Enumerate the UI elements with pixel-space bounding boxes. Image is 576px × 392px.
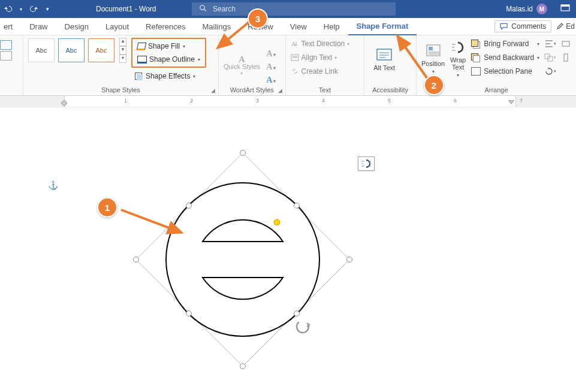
editing-mode-button[interactable]: Ed [556, 22, 575, 31]
resize-handle[interactable] [240, 150, 246, 156]
dialog-launcher-icon[interactable]: ◢ [278, 88, 282, 94]
dialog-launcher-icon[interactable]: ◢ [211, 88, 215, 94]
user-account[interactable]: Malas.id M [506, 4, 547, 14]
gallery-down-icon[interactable]: ▼ [119, 46, 126, 55]
left-indent-marker[interactable] [61, 100, 67, 106]
resize-handle[interactable] [240, 363, 246, 369]
tab-layout[interactable]: Layout [97, 18, 137, 35]
user-name: Malas.id [506, 5, 533, 13]
tab-draw[interactable]: Draw [21, 18, 56, 35]
style-preset-2[interactable]: Abc [58, 38, 85, 62]
text-outline-icon[interactable]: A▾ [266, 62, 276, 72]
layout-options-button[interactable] [358, 156, 375, 171]
group-label: WordArt Styles [219, 86, 285, 94]
wrap-text-button[interactable]: Wrap Text ▾ [450, 38, 466, 81]
create-link-button: Create Link [291, 65, 338, 77]
size-width-icon[interactable] [560, 38, 572, 50]
text-fill-icon[interactable]: A▾ [266, 49, 276, 59]
right-indent-marker[interactable] [508, 100, 514, 106]
svg-marker-34 [136, 153, 349, 366]
redo-button[interactable] [30, 5, 38, 13]
svg-rect-8 [377, 49, 391, 60]
wordart-a-icon: A [224, 56, 260, 63]
ribbon-display-icon[interactable] [560, 4, 570, 14]
alt-text-button[interactable]: Alt Text [369, 38, 399, 81]
adjust-handle[interactable] [274, 219, 280, 225]
effects-icon [135, 73, 143, 80]
bring-forward-icon [471, 40, 481, 48]
alt-text-icon [376, 47, 393, 63]
tab-references[interactable]: References [137, 18, 194, 35]
send-backward-button[interactable]: Send Backward▾ [471, 52, 539, 64]
group-text: A Text Direction▾ Align Text▾ Create Lin… [286, 35, 365, 95]
resize-handle[interactable] [294, 203, 300, 209]
search-icon [199, 4, 207, 14]
chevron-down-icon: ▾ [198, 57, 200, 62]
tab-design[interactable]: Design [56, 18, 97, 35]
position-icon [425, 43, 442, 59]
rotate-handle[interactable] [297, 321, 309, 333]
bring-forward-button[interactable]: Bring Forward▾ [471, 38, 539, 50]
group-objects-button[interactable]: ▾ [544, 52, 556, 64]
text-effects-icon[interactable]: A▾ [266, 75, 276, 85]
shape-effects-button[interactable]: Shape Effects ▾ [131, 70, 206, 83]
group-wordart-styles: A Quick Styles ▾ A▾ A▾ A▾ WordArt Styles… [219, 35, 286, 95]
shape-gallery-icon[interactable] [0, 40, 12, 50]
object-anchor-icon: ⚓ [48, 180, 58, 190]
document-canvas[interactable]: ⚓ 1 [0, 107, 576, 392]
style-preset-1[interactable]: Abc [28, 38, 55, 62]
rotate-objects-button[interactable]: ▾ [544, 65, 556, 77]
comment-icon [500, 23, 508, 30]
gallery-scroll: ▲ ▼ ▾ [119, 38, 126, 63]
align-objects-button[interactable]: ▾ [544, 38, 556, 50]
resize-handle[interactable] [186, 203, 192, 209]
document-title: Document1 - Word [96, 5, 156, 13]
ribbon: Abc Abc Abc ▲ ▼ ▾ Shape Fill ▾ [0, 35, 576, 96]
resize-handle[interactable] [133, 257, 139, 263]
style-preset-3[interactable]: Abc [88, 38, 114, 62]
resize-handle[interactable] [186, 310, 192, 316]
user-avatar: M [536, 4, 547, 14]
undo-chevron-icon[interactable]: ▾ [17, 5, 25, 13]
qat-more-icon[interactable]: ▾ [43, 5, 52, 13]
svg-rect-24 [562, 41, 569, 46]
svg-rect-25 [564, 54, 568, 61]
group-accessibility: Alt Text Accessibility [364, 35, 417, 95]
group-label: Shape Styles [23, 86, 218, 94]
tab-mailings[interactable]: Mailings [194, 18, 240, 35]
outline-pen-icon [137, 56, 147, 64]
tab-shape-format[interactable]: Shape Format [348, 17, 417, 35]
no-symbol-shape[interactable] [135, 152, 351, 367]
comments-button[interactable]: Comments [494, 20, 551, 32]
annotation-3: 3 [248, 8, 268, 29]
undo-button[interactable] [4, 5, 12, 13]
link-icon [291, 68, 299, 75]
chevron-down-icon: ▾ [183, 44, 185, 49]
size-height-icon[interactable] [560, 52, 572, 64]
shape-fill-button[interactable]: Shape Fill ▾ [134, 40, 204, 53]
resize-handle[interactable] [294, 310, 300, 316]
svg-rect-13 [429, 47, 433, 50]
resize-handle[interactable] [346, 257, 352, 263]
tab-view[interactable]: View [282, 18, 315, 35]
group-label: Accessibility [364, 86, 416, 94]
text-direction-button: A Text Direction▾ [291, 38, 350, 50]
search-box[interactable]: Search [192, 2, 396, 16]
group-shape-styles: Abc Abc Abc ▲ ▼ ▾ Shape Fill ▾ [23, 35, 219, 95]
svg-marker-26 [61, 100, 67, 106]
svg-text:A: A [291, 41, 296, 47]
pencil-icon [556, 23, 563, 30]
fill-bucket-icon [137, 43, 147, 50]
shape-outline-button[interactable]: Shape Outline ▾ [134, 53, 204, 66]
send-backward-icon [471, 53, 481, 62]
tab-insert-truncated[interactable]: ert [2, 18, 21, 35]
horizontal-ruler[interactable]: 1 2 3 4 5 6 7 [0, 96, 576, 107]
selected-shape[interactable] [135, 152, 351, 367]
svg-point-0 [200, 5, 204, 10]
tab-help[interactable]: Help [315, 18, 348, 35]
quick-styles-button[interactable]: A Quick Styles ▾ [224, 56, 260, 77]
gallery-more-icon[interactable]: ▾ [119, 55, 126, 63]
gallery-up-icon[interactable]: ▲ [119, 38, 126, 46]
selection-pane-button[interactable]: Selection Pane [471, 65, 539, 77]
draw-textbox-icon[interactable] [0, 51, 12, 61]
